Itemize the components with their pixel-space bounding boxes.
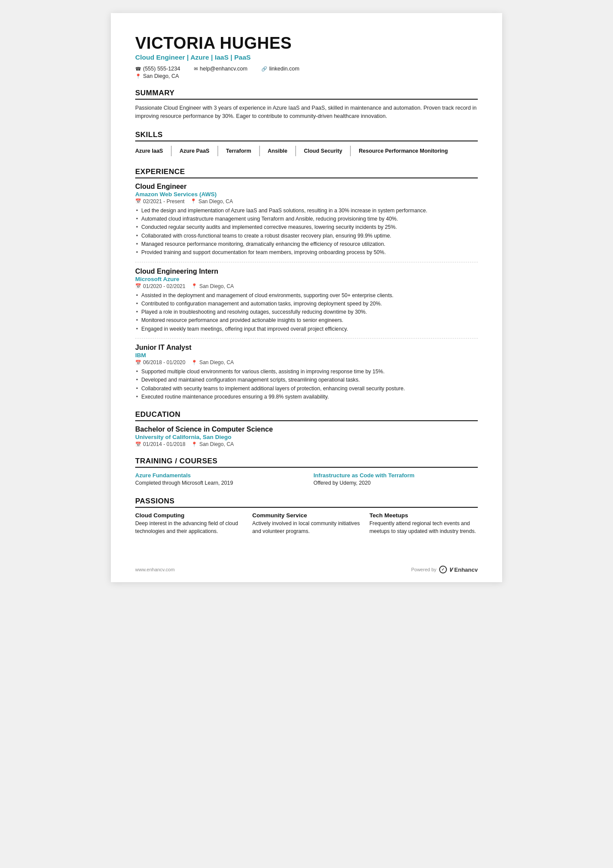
logo-icon: ✓ ∨ [439, 566, 453, 573]
experience-bullet: Contributed to configuration management … [135, 300, 478, 308]
email-contact: help@enhancv.com [194, 66, 247, 72]
job-title: Cloud Engineer [135, 183, 478, 191]
footer-brand: Powered by ✓ ∨ Enhancv [411, 566, 478, 573]
degree: Bachelor of Science in Computer Science [135, 426, 478, 433]
edu-date: 📅 01/2014 - 01/2018 [135, 441, 185, 447]
exp-date: 📅 02/2021 - Present [135, 198, 184, 204]
passion-item: Tech Meetups Frequently attend regional … [370, 512, 478, 535]
calendar-icon: 📅 [135, 198, 141, 204]
exp-meta: 📅 06/2018 - 01/2020 📍 San Diego, CA [135, 359, 478, 365]
passion-desc: Deep interest in the advancing field of … [135, 520, 243, 535]
exp-location: 📍 San Diego, CA [190, 198, 233, 204]
contact-info: (555) 555-1234 help@enhancv.com linkedin… [135, 66, 478, 72]
check-icon: ✓ [439, 566, 447, 573]
exp-bullets: Assisted in the deployment and managemen… [135, 292, 478, 333]
passions-grid: Cloud Computing Deep interest in the adv… [135, 512, 478, 535]
passion-title: Cloud Computing [135, 512, 243, 519]
job-title: Cloud Engineering Intern [135, 268, 478, 275]
passion-desc: Frequently attend regional tech events a… [370, 520, 478, 535]
candidate-name: VICTORIA HUGHES [135, 34, 478, 53]
company-name: Amazon Web Services (AWS) [135, 191, 478, 198]
experience-bullet: Monitored resource performance and provi… [135, 316, 478, 324]
passion-title: Community Service [252, 512, 360, 519]
exp-bullets: Led the design and implementation of Azu… [135, 207, 478, 257]
experience-bullet: Developed and maintained configuration m… [135, 376, 478, 384]
experience-entry: Cloud Engineer Amazon Web Services (AWS)… [135, 183, 478, 257]
experience-section: EXPERIENCE Cloud Engineer Amazon Web Ser… [135, 168, 478, 401]
experience-entry: Cloud Engineering Intern Microsoft Azure… [135, 268, 478, 333]
exp-date: 📅 06/2018 - 01/2020 [135, 359, 185, 365]
footer-website: www.enhancv.com [135, 567, 175, 572]
location-icon: 📍 [190, 198, 197, 204]
exp-date: 📅 01/2020 - 02/2021 [135, 283, 185, 289]
edu-location: 📍 San Diego, CA [191, 441, 233, 447]
experience-entry: Junior IT Analyst IBM 📅 06/2018 - 01/202… [135, 344, 478, 401]
location-icon: 📍 [191, 283, 197, 289]
candidate-title: Cloud Engineer | Azure | IaaS | PaaS [135, 54, 478, 61]
experience-bullet: Assisted in the deployment and managemen… [135, 292, 478, 299]
enhancv-logo: ✓ ∨ Enhancv [439, 566, 478, 573]
company-name: IBM [135, 352, 478, 359]
company-name: Microsoft Azure [135, 276, 478, 282]
calendar-icon: 📅 [135, 442, 141, 447]
training-desc: Completed through Microsoft Learn, 2019 [135, 479, 300, 487]
link-icon [261, 66, 267, 72]
experience-bullet: Engaged in weekly team meetings, offerin… [135, 325, 478, 333]
exp-location: 📍 San Diego, CA [191, 283, 233, 289]
location-contact: San Diego, CA [135, 73, 478, 79]
experience-bullet: Collaborated with cross-functional teams… [135, 232, 478, 240]
school: University of California, San Diego [135, 434, 478, 440]
experience-bullet: Collaborated with security teams to impl… [135, 385, 478, 392]
calendar-icon: 📅 [135, 360, 141, 365]
phone-icon [135, 66, 141, 72]
education-section: EDUCATION Bachelor of Science in Compute… [135, 410, 478, 447]
training-item: Infrastructure as Code with Terraform Of… [313, 472, 478, 487]
page-footer: www.enhancv.com Powered by ✓ ∨ Enhancv [135, 566, 478, 573]
linkedin-contact: linkedin.com [261, 66, 299, 72]
email-icon [194, 66, 198, 72]
job-title: Junior IT Analyst [135, 344, 478, 352]
exp-divider [135, 262, 478, 262]
training-item: Azure Fundamentals Completed through Mic… [135, 472, 300, 487]
training-section: TRAINING / COURSES Azure Fundamentals Co… [135, 457, 478, 487]
experience-bullet: Conducted regular security audits and im… [135, 223, 478, 231]
resume-page: VICTORIA HUGHES Cloud Engineer | Azure |… [111, 13, 502, 582]
education-entry: Bachelor of Science in Computer Science … [135, 426, 478, 447]
skill-item: Terraform [226, 146, 260, 156]
edu-meta: 📅 01/2014 - 01/2018 📍 San Diego, CA [135, 441, 478, 447]
training-desc: Offered by Udemy, 2020 [313, 479, 478, 487]
experience-bullet: Played a role in troubleshooting and res… [135, 308, 478, 316]
phone-contact: (555) 555-1234 [135, 66, 180, 72]
experience-title: EXPERIENCE [135, 168, 478, 178]
calendar-icon: 📅 [135, 283, 141, 289]
exp-meta: 📅 01/2020 - 02/2021 📍 San Diego, CA [135, 283, 478, 289]
training-grid: Azure Fundamentals Completed through Mic… [135, 472, 478, 487]
skill-item: Azure IaaS [135, 146, 172, 156]
skill-item: Cloud Security [304, 146, 351, 156]
exp-divider [135, 338, 478, 338]
training-title: Infrastructure as Code with Terraform [313, 472, 478, 479]
skill-item: Ansible [268, 146, 296, 156]
location-icon: 📍 [191, 360, 197, 365]
summary-text: Passionate Cloud Engineer with 3 years o… [135, 104, 478, 121]
passions-title: PASSIONS [135, 497, 478, 508]
skill-item: Resource Performance Monitoring [359, 146, 456, 156]
location-icon: 📍 [191, 442, 197, 447]
skills-title: SKILLS [135, 131, 478, 141]
experience-bullet: Managed resource performance monitoring,… [135, 240, 478, 248]
skills-section: SKILLS Azure IaaSAzure PaaSTerraformAnsi… [135, 131, 478, 158]
training-title: Azure Fundamentals [135, 472, 300, 479]
skill-item: Azure PaaS [180, 146, 218, 156]
passion-title: Tech Meetups [370, 512, 478, 519]
passion-desc: Actively involved in local community ini… [252, 520, 360, 535]
experience-bullet: Led the design and implementation of Azu… [135, 207, 478, 214]
experience-bullet: Provided training and support documentat… [135, 248, 478, 256]
exp-location: 📍 San Diego, CA [191, 359, 233, 365]
summary-title: SUMMARY [135, 89, 478, 100]
summary-section: SUMMARY Passionate Cloud Engineer with 3… [135, 89, 478, 121]
passion-item: Cloud Computing Deep interest in the adv… [135, 512, 243, 535]
exp-meta: 📅 02/2021 - Present 📍 San Diego, CA [135, 198, 478, 204]
location-icon [135, 73, 141, 79]
education-title: EDUCATION [135, 410, 478, 421]
exp-bullets: Supported multiple cloud environments fo… [135, 368, 478, 401]
